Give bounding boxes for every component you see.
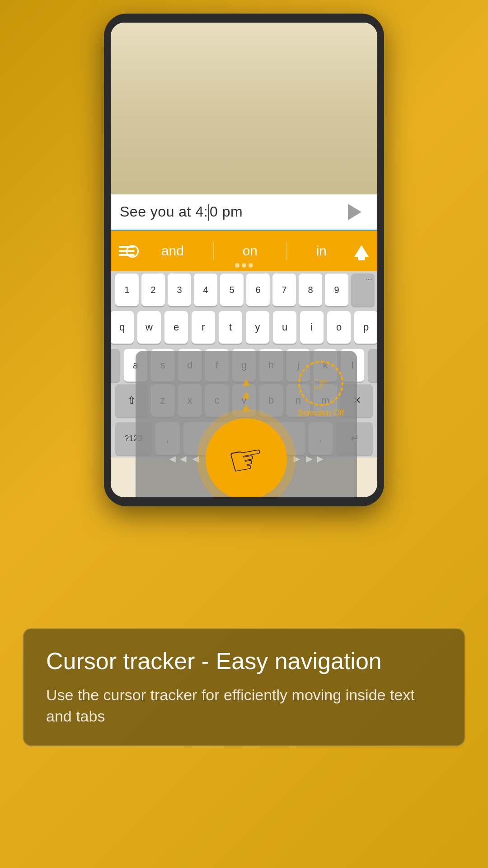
text-cursor: [208, 204, 209, 221]
send-icon: [348, 204, 361, 220]
key-y[interactable]: y: [246, 311, 269, 344]
phone-screen: See you at 4:0 pm and on in: [111, 23, 377, 497]
arrow-up-1[interactable]: ▲: [240, 376, 253, 388]
tracker-right-arrows[interactable]: ► ►►: [291, 453, 325, 465]
arrow-right-double[interactable]: ►►: [304, 453, 326, 465]
suggestions-dots: [235, 263, 253, 268]
suggestion-divider-2: [286, 242, 287, 260]
text-input-field[interactable]: See you at 4:0 pm: [120, 203, 341, 221]
key-p[interactable]: p: [354, 311, 377, 344]
text-input-bar[interactable]: See you at 4:0 pm: [111, 194, 377, 231]
suggestions-words: and on in: [142, 239, 346, 263]
upload-icon-button[interactable]: [346, 231, 377, 271]
arrow-right-single[interactable]: ►: [291, 453, 302, 465]
cursor-tracker-overlay[interactable]: ☞ Selection Off ▲ ▲ ▲: [136, 351, 357, 497]
arrow-up-3[interactable]: ▲: [240, 401, 253, 414]
dot-2: [242, 263, 246, 268]
finger-drag-circle[interactable]: ☞: [206, 418, 287, 497]
key-7[interactable]: 7: [272, 274, 296, 306]
key-r[interactable]: r: [192, 311, 215, 344]
tracker-left-arrows[interactable]: ◄◄ ◄: [167, 453, 201, 465]
info-card-subtitle: Use the cursor tracker for efficiently m…: [46, 684, 442, 727]
key-o[interactable]: o: [327, 311, 351, 344]
globe-icon: [126, 245, 139, 258]
tracker-up-arrows[interactable]: ▲ ▲ ▲: [240, 376, 253, 414]
key-padding-right: [368, 349, 377, 382]
info-area: Cursor tracker - Easy navigation Use the…: [0, 506, 488, 868]
key-0[interactable]: ····: [351, 274, 375, 306]
key-q[interactable]: q: [111, 311, 134, 344]
keyboard-area: 1 2 3 4 5 6 7 8 9 ···· q w e r t y: [111, 271, 377, 458]
key-i[interactable]: i: [300, 311, 324, 344]
menu-icon-button[interactable]: [111, 241, 142, 260]
keyboard-middle-section: a s d f g h j k l ☞: [111, 346, 377, 458]
key-8[interactable]: 8: [299, 274, 322, 306]
key-w[interactable]: w: [137, 311, 161, 344]
suggestions-bar: and on in: [111, 231, 377, 271]
key-padding-left: [111, 349, 120, 382]
key-1[interactable]: 1: [115, 274, 139, 306]
key-4[interactable]: 4: [194, 274, 217, 306]
suggestion-on[interactable]: on: [234, 239, 267, 263]
dot-3: [249, 263, 253, 268]
dot-1: [235, 263, 239, 268]
key-2[interactable]: 2: [141, 274, 165, 306]
tracker-nav-area[interactable]: ▲ ▲ ▲ ◄◄ ◄ ☞: [145, 360, 348, 497]
key-t[interactable]: t: [219, 311, 242, 344]
input-text-after-cursor: 0 pm: [210, 203, 243, 220]
key-u[interactable]: u: [273, 311, 296, 344]
info-card: Cursor tracker - Easy navigation Use the…: [23, 628, 465, 746]
key-5[interactable]: 5: [220, 274, 244, 306]
suggestion-divider-1: [213, 242, 214, 260]
info-card-title: Cursor tracker - Easy navigation: [46, 647, 442, 675]
phone-frame: See you at 4:0 pm and on in: [104, 14, 384, 506]
arrow-left-single[interactable]: ◄: [190, 453, 201, 465]
suggestion-and[interactable]: and: [152, 239, 193, 263]
key-9[interactable]: 9: [325, 274, 348, 306]
suggestion-in[interactable]: in: [307, 239, 336, 263]
key-3[interactable]: 3: [168, 274, 191, 306]
phone-background: [111, 23, 377, 194]
key-6[interactable]: 6: [246, 274, 270, 306]
key-e[interactable]: e: [164, 311, 188, 344]
finger-pointing-icon: ☞: [224, 432, 268, 485]
send-button[interactable]: [341, 198, 368, 226]
arrow-up-2[interactable]: ▲: [240, 388, 253, 401]
arrow-left-double[interactable]: ◄◄: [167, 453, 189, 465]
upload-arrow: [354, 245, 369, 257]
keyboard-qwerty-row: q w e r t y u i o p: [111, 308, 377, 346]
tracker-middle-row: ◄◄ ◄ ☞ ► ►►: [167, 418, 326, 497]
keyboard-numbers-row: 1 2 3 4 5 6 7 8 9 ····: [111, 271, 377, 308]
input-text-before-cursor: See you at 4:: [120, 203, 208, 220]
